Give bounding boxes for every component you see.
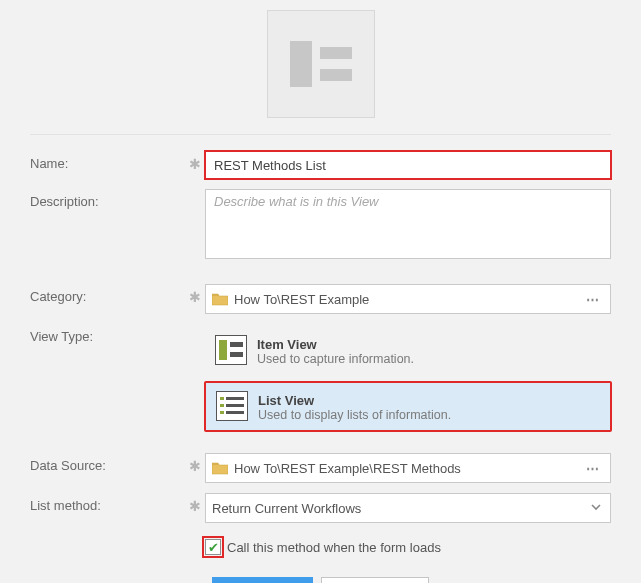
listmethod-label: List method: (30, 493, 185, 513)
viewtype-option-list[interactable]: List View Used to display lists of infor… (205, 382, 611, 431)
svg-rect-10 (226, 411, 244, 414)
chevron-down-icon[interactable] (588, 501, 604, 516)
svg-rect-8 (226, 404, 244, 407)
svg-rect-5 (220, 397, 224, 400)
check-icon: ✔ (208, 541, 219, 554)
required-star-icon: ✱ (185, 151, 205, 171)
viewtype-list-title: List View (258, 393, 451, 408)
list-view-icon (216, 391, 248, 421)
browse-icon[interactable]: ⋯ (582, 292, 604, 307)
datasource-label: Data Source: (30, 453, 185, 473)
category-picker[interactable]: How To\REST Example ⋯ (205, 284, 611, 314)
browse-icon[interactable]: ⋯ (582, 461, 604, 476)
create-button[interactable]: CREATE (212, 577, 313, 583)
discard-button[interactable]: DISCARD (321, 577, 429, 583)
divider (30, 134, 611, 135)
item-view-icon (215, 335, 247, 365)
svg-rect-3 (230, 352, 243, 357)
name-label: Name: (30, 151, 185, 171)
svg-rect-9 (220, 411, 224, 414)
autoload-checkbox[interactable]: ✔ (205, 539, 221, 555)
folder-icon (212, 292, 228, 306)
viewtype-item-sub: Used to capture information. (257, 352, 414, 366)
svg-rect-7 (220, 404, 224, 407)
category-label: Category: (30, 284, 185, 304)
viewtype-list-sub: Used to display lists of information. (258, 408, 451, 422)
category-value: How To\REST Example (234, 292, 576, 307)
listmethod-select[interactable]: Return Current Workflows (205, 493, 611, 523)
svg-rect-2 (230, 342, 243, 347)
required-star-icon: ✱ (185, 453, 205, 473)
view-icon-preview (30, 4, 611, 134)
listmethod-value: Return Current Workflows (212, 501, 582, 516)
required-star-icon: ✱ (185, 284, 205, 304)
autoload-label: Call this method when the form loads (227, 540, 441, 555)
viewtype-item-title: Item View (257, 337, 414, 352)
name-input[interactable] (205, 151, 611, 179)
description-label: Description: (30, 189, 185, 209)
folder-icon (212, 461, 228, 475)
svg-rect-1 (219, 340, 227, 360)
svg-rect-6 (226, 397, 244, 400)
description-input[interactable] (205, 189, 611, 259)
viewtype-label: View Type: (30, 324, 185, 344)
required-star-icon: ✱ (185, 493, 205, 513)
viewtype-option-item[interactable]: Item View Used to capture information. (205, 327, 611, 374)
datasource-picker[interactable]: How To\REST Example\REST Methods ⋯ (205, 453, 611, 483)
datasource-value: How To\REST Example\REST Methods (234, 461, 576, 476)
